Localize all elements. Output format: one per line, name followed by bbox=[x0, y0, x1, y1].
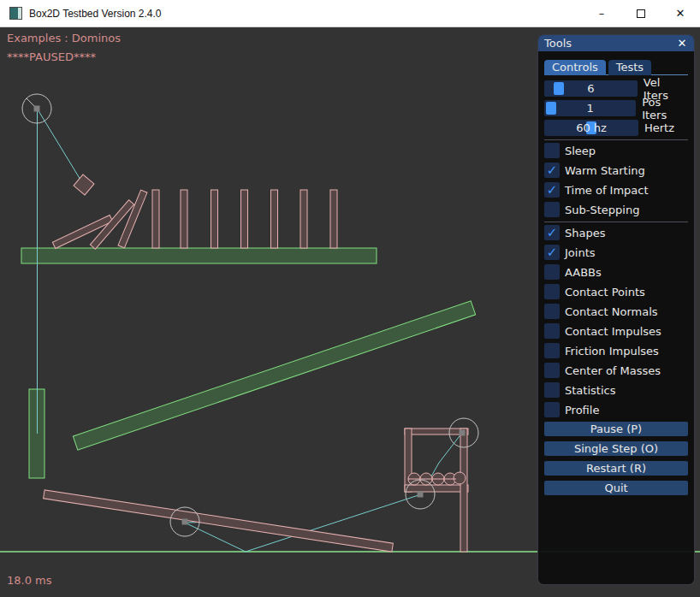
check-icon: ✓ bbox=[547, 245, 558, 260]
checkbox-shapes[interactable]: ✓ Shapes bbox=[544, 225, 688, 240]
checkbox-contact-normals[interactable]: ✓ Contact Normals bbox=[544, 304, 688, 319]
sim-options-section: ✓ Sleep ✓ Warm Starting ✓ Time of Impact… bbox=[544, 143, 688, 217]
checkbox-statistics[interactable]: ✓ Statistics bbox=[544, 382, 688, 398]
tabbar: Controls Tests bbox=[544, 60, 688, 75]
checkbox-label: Contact Points bbox=[565, 286, 645, 298]
domino-4[interactable] bbox=[241, 190, 248, 248]
window-controls: – ✕ bbox=[582, 0, 700, 27]
checkbox-label: AABBs bbox=[565, 266, 602, 279]
slider-value: 1 bbox=[544, 100, 636, 116]
checkbox-label: Contact Impulses bbox=[565, 325, 661, 338]
checkbox-label: Warm Starting bbox=[565, 164, 645, 177]
checkbox-label: Profile bbox=[565, 404, 599, 417]
checkbox-label: Sub-Stepping bbox=[565, 204, 639, 216]
separator bbox=[544, 139, 688, 140]
checkbox-label: Sleep bbox=[565, 145, 596, 157]
single-step-button[interactable]: Single Step (O) bbox=[544, 441, 688, 456]
paused-label: ****PAUSED**** bbox=[7, 50, 96, 63]
checkbox[interactable]: ✓ bbox=[544, 143, 560, 158]
quit-button[interactable]: Quit bbox=[544, 481, 688, 495]
domino-1[interactable] bbox=[152, 190, 159, 248]
ball-5[interactable] bbox=[454, 472, 466, 484]
tab-controls[interactable]: Controls bbox=[544, 60, 606, 75]
check-icon: ✓ bbox=[547, 182, 558, 198]
pause-button[interactable]: Pause (P) bbox=[544, 422, 688, 436]
checkbox[interactable]: ✓ bbox=[544, 382, 560, 398]
checkbox[interactable]: ✓ bbox=[544, 225, 560, 240]
frame-shelf[interactable] bbox=[405, 485, 468, 492]
tab-tests[interactable]: Tests bbox=[608, 60, 651, 75]
checkbox[interactable]: ✓ bbox=[544, 163, 560, 178]
vel-iters-slider: 6 Vel Iters bbox=[544, 80, 688, 97]
checkbox-warm-starting[interactable]: ✓ Warm Starting bbox=[544, 163, 688, 178]
checkbox-center-of-masses[interactable]: ✓ Center of Masses bbox=[544, 363, 688, 378]
slider-label: Hertz bbox=[644, 121, 674, 134]
checkbox[interactable]: ✓ bbox=[544, 202, 560, 217]
pos-iters-slider: 1 Pos Iters bbox=[544, 100, 688, 116]
anchor-plank bbox=[182, 519, 188, 525]
slider-value: 60 hz bbox=[544, 120, 638, 136]
check-icon: ✓ bbox=[547, 163, 558, 178]
checkbox-sub-stepping[interactable]: ✓ Sub-Stepping bbox=[544, 202, 688, 217]
checkbox-contact-points[interactable]: ✓ Contact Points bbox=[544, 284, 688, 299]
slider-value: 6 bbox=[544, 80, 638, 97]
checkbox-time-of-impact[interactable]: ✓ Time of Impact bbox=[544, 182, 688, 198]
sliders-section: 6 Vel Iters 1 Pos Iters 60 hz Hertz bbox=[544, 80, 688, 136]
maximize-icon bbox=[637, 9, 645, 18]
pendulum-box[interactable] bbox=[74, 174, 94, 195]
domino-3[interactable] bbox=[211, 190, 218, 248]
static-ramp[interactable] bbox=[73, 301, 475, 450]
checkbox-label: Contact Normals bbox=[565, 305, 658, 318]
static-platform[interactable] bbox=[21, 248, 377, 263]
tools-panel-close-icon[interactable]: ✕ bbox=[675, 37, 689, 50]
domino-2[interactable] bbox=[181, 190, 187, 248]
check-icon: ✓ bbox=[547, 225, 558, 240]
checkbox-contact-impulses[interactable]: ✓ Contact Impulses bbox=[544, 323, 688, 339]
checkbox-sleep[interactable]: ✓ Sleep bbox=[544, 143, 688, 158]
maximize-button[interactable] bbox=[621, 0, 661, 27]
checkbox[interactable]: ✓ bbox=[544, 343, 560, 358]
window-title: Box2D Testbed Version 2.4.0 bbox=[29, 8, 162, 20]
frame-top-bar[interactable] bbox=[405, 429, 468, 434]
checkbox[interactable]: ✓ bbox=[544, 363, 560, 378]
checkbox[interactable]: ✓ bbox=[544, 245, 560, 260]
domino-7[interactable] bbox=[330, 190, 337, 248]
hertz-slider: 60 hz Hertz bbox=[544, 120, 688, 136]
fallen-domino-3[interactable] bbox=[118, 190, 147, 248]
tools-panel: Tools ✕ Controls Tests 6 Vel Iters 1 Pos… bbox=[537, 34, 695, 585]
draw-options-section: ✓ Shapes ✓ Joints ✓ AABBs ✓ Contact Poin… bbox=[544, 225, 688, 417]
example-label: Examples : Dominos bbox=[7, 32, 121, 44]
checkbox[interactable]: ✓ bbox=[544, 264, 560, 280]
slider-label: Pos Iters bbox=[642, 96, 688, 121]
restart-button[interactable]: Restart (R) bbox=[544, 461, 688, 476]
tools-panel-content: Controls Tests 6 Vel Iters 1 Pos Iters 6… bbox=[538, 60, 694, 495]
domino-5[interactable] bbox=[271, 190, 278, 248]
minimize-button[interactable]: – bbox=[582, 0, 621, 27]
checkbox[interactable]: ✓ bbox=[544, 323, 560, 339]
domino-6[interactable] bbox=[300, 190, 307, 248]
frame-time-label: 18.0 ms bbox=[7, 574, 52, 587]
anchor-frame bbox=[460, 430, 466, 436]
checkbox[interactable]: ✓ bbox=[544, 402, 560, 417]
checkbox-label: Joints bbox=[565, 246, 596, 259]
checkbox-joints[interactable]: ✓ Joints bbox=[544, 245, 688, 260]
slider-track[interactable]: 1 bbox=[544, 100, 636, 116]
close-button[interactable]: ✕ bbox=[661, 0, 700, 27]
checkbox-label: Statistics bbox=[565, 384, 615, 397]
checkbox[interactable]: ✓ bbox=[544, 182, 560, 198]
checkbox[interactable]: ✓ bbox=[544, 304, 560, 319]
separator bbox=[544, 222, 688, 222]
app-icon bbox=[9, 7, 22, 20]
anchor-pendulum bbox=[34, 106, 40, 112]
slider-track[interactable]: 6 bbox=[544, 80, 638, 97]
checkbox-aabbs[interactable]: ✓ AABBs bbox=[544, 264, 688, 280]
tools-panel-titlebar[interactable]: Tools ✕ bbox=[538, 35, 694, 51]
checkbox-label: Friction Impulses bbox=[565, 345, 659, 358]
checkbox-friction-impulses[interactable]: ✓ Friction Impulses bbox=[544, 343, 688, 358]
slider-track[interactable]: 60 hz bbox=[544, 120, 638, 136]
checkbox-profile[interactable]: ✓ Profile bbox=[544, 402, 688, 417]
window-titlebar: Box2D Testbed Version 2.4.0 – ✕ bbox=[0, 0, 700, 27]
checkbox-label: Time of Impact bbox=[565, 184, 649, 197]
anchor-lower bbox=[418, 492, 424, 498]
checkbox[interactable]: ✓ bbox=[544, 284, 560, 299]
